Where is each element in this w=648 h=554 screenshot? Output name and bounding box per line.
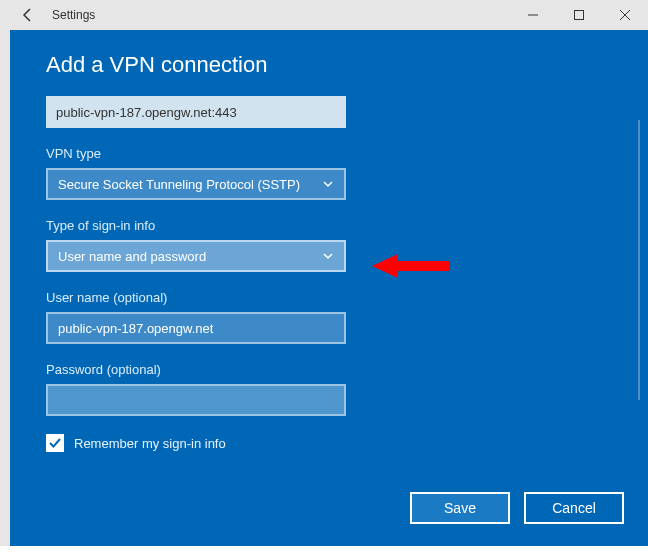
chevron-down-icon	[322, 250, 334, 262]
password-block: Password (optional)	[46, 362, 612, 416]
check-icon	[48, 436, 62, 450]
username-label: User name (optional)	[46, 290, 612, 305]
vpn-type-value: Secure Socket Tunneling Protocol (SSTP)	[58, 177, 300, 192]
scrollbar[interactable]	[638, 120, 640, 400]
arrow-left-icon	[20, 7, 36, 23]
maximize-icon	[574, 10, 584, 20]
cancel-button[interactable]: Cancel	[524, 492, 624, 524]
close-button[interactable]	[602, 0, 648, 30]
signin-type-label: Type of sign-in info	[46, 218, 612, 233]
chevron-down-icon	[322, 178, 334, 190]
password-input[interactable]	[46, 384, 346, 416]
minimize-button[interactable]	[510, 0, 556, 30]
dialog-heading: Add a VPN connection	[46, 52, 612, 78]
back-button[interactable]	[8, 0, 48, 30]
footer-strip	[0, 546, 648, 554]
server-field-block	[46, 96, 612, 128]
vpn-type-dropdown[interactable]: Secure Socket Tunneling Protocol (SSTP)	[46, 168, 346, 200]
window-title: Settings	[52, 8, 95, 22]
settings-window: Settings Add a VPN connection VPN type S…	[0, 0, 648, 554]
remember-row: Remember my sign-in info	[46, 434, 612, 452]
dialog-surface: Add a VPN connection VPN type Secure Soc…	[10, 30, 648, 546]
signin-type-dropdown[interactable]: User name and password	[46, 240, 346, 272]
server-address-input[interactable]	[46, 96, 346, 128]
dialog-content: Add a VPN connection VPN type Secure Soc…	[10, 30, 648, 546]
password-label: Password (optional)	[46, 362, 612, 377]
vpn-type-label: VPN type	[46, 146, 612, 161]
dialog-buttons: Save Cancel	[410, 492, 624, 524]
vpn-type-block: VPN type Secure Socket Tunneling Protoco…	[46, 146, 612, 200]
username-block: User name (optional)	[46, 290, 612, 344]
svg-rect-1	[575, 11, 584, 20]
minimize-icon	[528, 10, 538, 20]
signin-type-value: User name and password	[58, 249, 206, 264]
username-input[interactable]	[46, 312, 346, 344]
titlebar: Settings	[0, 0, 648, 30]
save-button[interactable]: Save	[410, 492, 510, 524]
maximize-button[interactable]	[556, 0, 602, 30]
window-controls	[510, 0, 648, 30]
close-icon	[620, 10, 630, 20]
remember-checkbox[interactable]	[46, 434, 64, 452]
remember-label: Remember my sign-in info	[74, 436, 226, 451]
signin-type-block: Type of sign-in info User name and passw…	[46, 218, 612, 272]
